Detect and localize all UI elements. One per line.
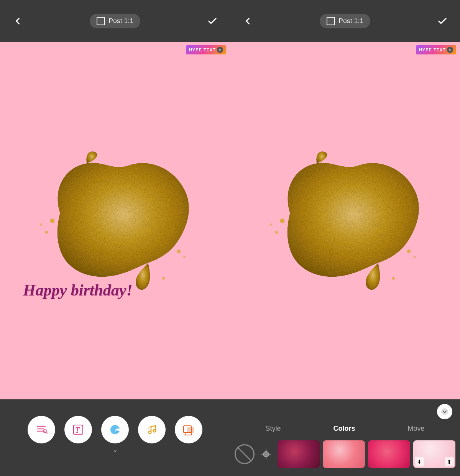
svg-point-2	[39, 223, 42, 226]
no-color-button[interactable]	[235, 444, 255, 464]
svg-point-5	[162, 277, 165, 280]
left-format-selector[interactable]: Post 1:1	[90, 14, 141, 28]
collapse-button[interactable]	[437, 404, 452, 419]
svg-text:T: T	[75, 426, 80, 434]
right-bottom-toolbar: Style Colors Move	[230, 399, 460, 476]
swatch-dl-right[interactable]: ⬆	[445, 457, 454, 466]
gold-blob-svg	[29, 144, 194, 297]
hypetext-close-right[interactable]: ×	[447, 47, 453, 53]
svg-point-0	[50, 218, 54, 223]
svg-point-13	[115, 430, 118, 433]
color-swatch-1[interactable]	[278, 440, 320, 468]
blob-main	[58, 163, 189, 277]
color-swatch-3[interactable]	[368, 440, 410, 468]
left-top-bar: Post 1:1	[0, 0, 230, 42]
tab-style[interactable]: Style	[262, 423, 284, 434]
color-tab-bar: Style Colors Move	[230, 419, 460, 437]
color-strip: ⬇ ⬆	[230, 437, 460, 471]
text-style-tool[interactable]: T	[64, 416, 92, 443]
hypetext-badge-left[interactable]: HYPE TEXT ×	[186, 45, 226, 54]
right-gold-blob-svg	[259, 144, 424, 297]
right-back-button[interactable]	[239, 13, 256, 30]
right-blob-main	[288, 163, 419, 277]
svg-point-26	[392, 277, 395, 280]
right-blob-drip2	[316, 151, 327, 163]
svg-line-10	[46, 432, 47, 433]
text-adjust-tool[interactable]	[28, 416, 55, 443]
right-panel: Post 1:1	[230, 0, 460, 476]
svg-point-14	[149, 431, 151, 434]
left-bottom-toolbar: T	[0, 399, 230, 476]
right-top-bar: Post 1:1	[230, 0, 460, 42]
tool-icons-row: T	[28, 416, 202, 443]
right-format-label: Post 1:1	[339, 17, 364, 25]
svg-point-27	[441, 408, 448, 415]
right-confirm-button[interactable]	[434, 13, 451, 30]
birthday-text[interactable]: Happy birthday!	[23, 281, 133, 299]
hypetext-close-left[interactable]: ×	[217, 47, 223, 53]
svg-point-25	[413, 256, 416, 258]
collapse-btn-area	[230, 399, 460, 419]
sticker-tool[interactable]	[101, 416, 129, 443]
blob-drip2	[86, 151, 97, 163]
svg-point-23	[269, 223, 272, 226]
left-confirm-button[interactable]	[204, 13, 221, 30]
svg-point-4	[183, 256, 186, 258]
svg-point-3	[177, 249, 181, 253]
left-canvas: Happy birthday! HYPE TEXT ×	[0, 42, 230, 399]
color-slider-button[interactable]	[258, 446, 274, 463]
svg-point-24	[407, 249, 411, 253]
right-format-selector[interactable]: Post 1:1	[320, 14, 371, 28]
svg-point-22	[275, 231, 278, 234]
svg-point-29	[263, 451, 269, 457]
square-format-icon	[97, 17, 105, 25]
animation-tool[interactable]	[175, 416, 202, 443]
tab-move[interactable]: Move	[404, 423, 427, 434]
svg-point-21	[280, 218, 284, 223]
right-canvas: HYPE TEXT ×	[230, 42, 460, 399]
svg-point-15	[153, 430, 156, 432]
hypetext-badge-right[interactable]: HYPE TEXT ×	[416, 45, 456, 54]
svg-rect-17	[187, 427, 194, 433]
tab-colors[interactable]: Colors	[330, 423, 358, 434]
music-tool[interactable]	[138, 416, 166, 443]
color-swatch-2[interactable]	[323, 440, 365, 468]
color-swatch-4[interactable]: ⬇ ⬆	[413, 440, 455, 468]
toolbar-collapse-chevron[interactable]: ˅	[113, 450, 117, 460]
left-back-button[interactable]	[9, 13, 26, 30]
left-format-label: Post 1:1	[109, 17, 134, 25]
swatch-dl-left[interactable]: ⬇	[415, 457, 424, 466]
svg-point-1	[45, 231, 48, 234]
right-square-format-icon	[327, 17, 335, 25]
left-panel: Post 1:1	[0, 0, 230, 476]
